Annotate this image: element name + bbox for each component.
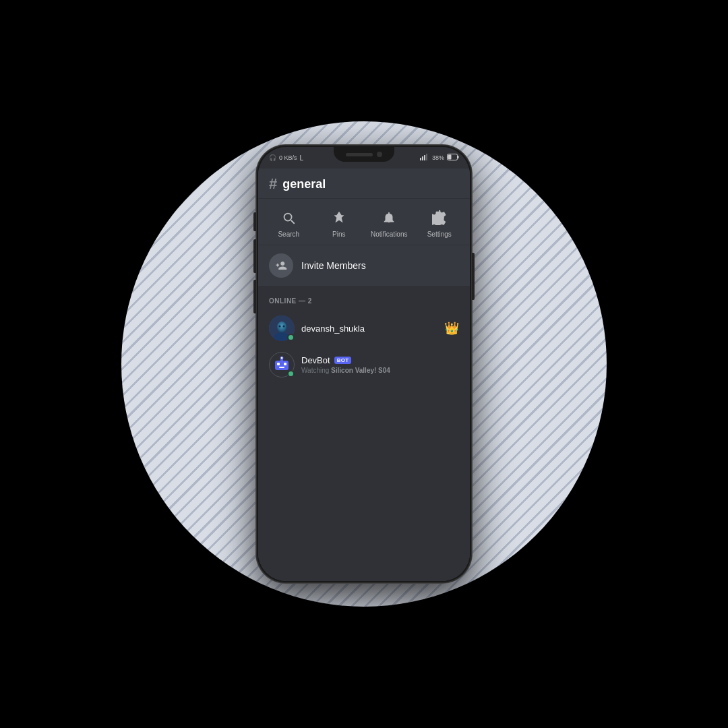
status-left: 🎧 0 KB/s L — [269, 154, 303, 162]
svg-point-8 — [277, 322, 286, 332]
members-list: Invite Members ONLINE — 2 — [258, 245, 470, 581]
invite-icon — [269, 253, 293, 278]
toolbar-search[interactable]: Search — [270, 208, 307, 238]
devbot-name: DevBot — [301, 355, 330, 365]
search-label: Search — [278, 231, 299, 238]
camera-notch — [377, 152, 382, 157]
app-content: # general Search — [258, 169, 470, 581]
pins-label: Pins — [332, 231, 345, 238]
svg-rect-3 — [426, 154, 427, 160]
phone-notch — [334, 147, 394, 162]
headphone-icon: 🎧 — [269, 154, 276, 161]
toolbar-pins[interactable]: Pins — [320, 208, 357, 238]
settings-label: Settings — [427, 231, 452, 238]
svg-rect-1 — [422, 156, 423, 160]
network-speed: 0 KB/s — [279, 154, 297, 161]
bell-icon — [380, 208, 398, 227]
member-row-devbot[interactable]: DevBot BOT Watching Silicon Valley! S04 — [258, 346, 470, 383]
invite-members-row[interactable]: Invite Members — [258, 245, 470, 286]
member-row-devansh[interactable]: devansh_shukla 👑 — [258, 310, 470, 346]
svg-rect-14 — [284, 363, 286, 365]
svg-point-11 — [283, 326, 285, 328]
devbot-avatar-wrap — [269, 352, 295, 377]
channel-header: # general — [258, 169, 470, 199]
status-right: 38% — [420, 154, 459, 162]
toolbar-notifications[interactable]: Notifications — [371, 208, 408, 238]
svg-point-17 — [280, 357, 283, 359]
power-button — [472, 253, 475, 300]
devbot-info: DevBot BOT Watching Silicon Valley! S04 — [301, 355, 459, 374]
battery-icon — [447, 154, 459, 162]
svg-rect-13 — [277, 363, 280, 365]
svg-rect-6 — [458, 156, 459, 158]
volume-mute-button — [253, 212, 256, 231]
network-bars-icon: L — [300, 154, 304, 162]
speaker-notch — [346, 153, 373, 156]
devansh-name: devansh_shukla — [301, 324, 365, 334]
battery-text: 38% — [432, 154, 444, 161]
volume-down-button — [253, 280, 256, 313]
volume-up-button — [253, 239, 256, 273]
svg-rect-2 — [424, 155, 425, 160]
svg-point-10 — [279, 326, 281, 328]
devbot-online-dot — [287, 370, 295, 377]
channel-toolbar: Search Pins — [258, 199, 470, 245]
pin-icon — [330, 208, 348, 227]
notifications-label: Notifications — [371, 231, 407, 238]
toolbar-settings[interactable]: Settings — [421, 208, 458, 238]
search-icon — [279, 208, 298, 227]
online-section-header: ONLINE — 2 — [258, 286, 470, 310]
svg-rect-5 — [448, 155, 452, 160]
devbot-name-row: DevBot BOT — [301, 355, 459, 365]
bot-badge: BOT — [334, 357, 352, 364]
signal-icon — [420, 154, 429, 162]
devbot-status: Watching Silicon Valley! S04 — [301, 367, 459, 374]
devansh-info: devansh_shukla — [301, 324, 459, 334]
devansh-name-row: devansh_shukla — [301, 324, 459, 334]
svg-rect-12 — [275, 361, 289, 370]
phone-device: 🎧 0 KB/s L 38% — [256, 145, 472, 583]
gear-icon — [430, 208, 449, 227]
channel-name: general — [282, 177, 326, 191]
svg-rect-15 — [279, 367, 284, 368]
channel-hash-symbol: # — [269, 177, 277, 191]
devansh-avatar-wrap — [269, 315, 295, 341]
devansh-online-dot — [287, 334, 295, 341]
crown-icon: 👑 — [444, 321, 459, 336]
svg-rect-0 — [420, 158, 421, 160]
invite-label: Invite Members — [301, 260, 366, 271]
